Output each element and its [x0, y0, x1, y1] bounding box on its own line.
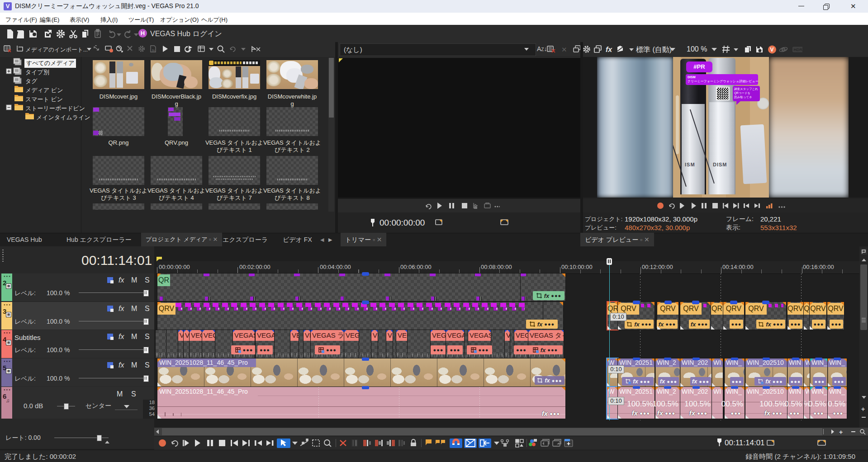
svg-text:fx: fx: [152, 48, 155, 52]
svg-text:V: V: [770, 47, 774, 53]
svg-text:fx: fx: [606, 46, 612, 53]
svg-text:HDR: HDR: [794, 47, 803, 52]
svg-text:360: 360: [781, 48, 787, 52]
